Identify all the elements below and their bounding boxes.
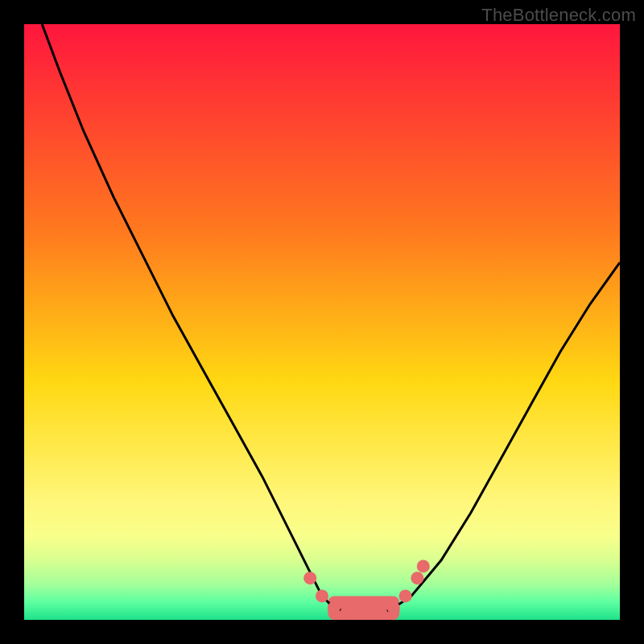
curve-marker	[411, 572, 423, 584]
curve-marker	[387, 601, 400, 614]
frame: TheBottleneck.com	[0, 0, 644, 644]
curve-marker	[363, 608, 376, 620]
bottleneck-curve	[42, 24, 620, 614]
curve-marker	[340, 608, 353, 620]
curve-marker	[417, 559, 430, 572]
curve-marker	[316, 589, 328, 602]
markers-group	[303, 559, 430, 620]
curve-marker	[375, 608, 388, 620]
watermark-text: TheBottleneck.com	[481, 5, 636, 26]
curve-marker	[328, 601, 341, 614]
plot-area	[24, 24, 620, 620]
curve-marker	[351, 608, 364, 620]
chart-overlay	[24, 24, 620, 620]
curve-marker	[303, 572, 316, 584]
curve-marker	[399, 589, 412, 602]
